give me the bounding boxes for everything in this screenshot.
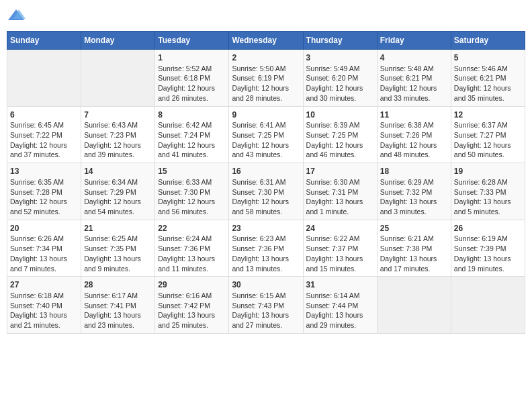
day-info-line: Sunrise: 6:22 AM (306, 234, 374, 244)
day-cell: 13Sunrise: 6:35 AMSunset: 7:28 PMDayligh… (7, 163, 81, 220)
day-cell (451, 277, 525, 334)
day-info-line: Sunset: 7:36 PM (158, 244, 226, 254)
day-info-line: Sunset: 6:21 PM (380, 73, 448, 83)
day-info-line: and 11 minutes. (158, 264, 226, 274)
day-info-line: Sunrise: 6:30 AM (306, 177, 374, 187)
day-info-line: and 39 minutes. (84, 150, 152, 160)
day-number: 24 (306, 223, 374, 234)
day-info-line: Daylight: 12 hours (10, 197, 78, 207)
day-number: 13 (10, 166, 78, 177)
day-info-line: Daylight: 12 hours (232, 140, 300, 150)
day-cell: 6Sunrise: 6:45 AMSunset: 7:22 PMDaylight… (7, 106, 81, 163)
day-info-line: and 9 minutes. (84, 264, 152, 274)
day-cell (7, 50, 81, 107)
day-info-line: and 25 minutes. (158, 320, 226, 330)
day-info-line: Daylight: 13 hours (306, 310, 374, 320)
week-row-5: 27Sunrise: 6:18 AMSunset: 7:40 PMDayligh… (7, 277, 525, 334)
header-friday: Friday (377, 32, 451, 50)
day-info-line: Sunset: 7:32 PM (380, 187, 448, 197)
day-cell: 22Sunrise: 6:24 AMSunset: 7:36 PMDayligh… (155, 220, 229, 277)
day-number: 9 (232, 109, 300, 121)
day-number: 29 (158, 279, 226, 291)
day-number: 16 (232, 166, 300, 177)
header-thursday: Thursday (303, 32, 377, 50)
day-info-line: Sunrise: 6:23 AM (232, 234, 300, 244)
day-number: 5 (454, 52, 522, 64)
day-info-line: Sunrise: 6:37 AM (454, 120, 522, 130)
day-cell: 16Sunrise: 6:31 AMSunset: 7:30 PMDayligh… (229, 163, 303, 220)
day-number: 11 (380, 109, 448, 121)
day-info-line: Sunrise: 6:43 AM (84, 120, 152, 130)
day-info-line: and 26 minutes. (158, 93, 226, 103)
day-cell: 28Sunrise: 6:17 AMSunset: 7:41 PMDayligh… (81, 277, 155, 334)
day-number: 22 (158, 223, 226, 234)
day-cell: 4Sunrise: 5:48 AMSunset: 6:21 PMDaylight… (377, 50, 451, 107)
day-cell: 24Sunrise: 6:22 AMSunset: 7:37 PMDayligh… (303, 220, 377, 277)
day-number: 7 (84, 109, 152, 121)
day-cell: 2Sunrise: 5:50 AMSunset: 6:19 PMDaylight… (229, 50, 303, 107)
day-cell: 5Sunrise: 5:46 AMSunset: 6:21 PMDaylight… (451, 50, 525, 107)
day-number: 4 (380, 52, 448, 64)
day-cell: 21Sunrise: 6:25 AMSunset: 7:35 PMDayligh… (81, 220, 155, 277)
day-info-line: Daylight: 13 hours (380, 254, 448, 264)
day-info-line: Sunset: 7:41 PM (84, 301, 152, 311)
day-info-line: Sunrise: 6:16 AM (158, 291, 226, 301)
day-info-line: Sunset: 6:18 PM (158, 73, 226, 83)
day-number: 31 (306, 279, 374, 291)
day-info-line: Sunset: 7:44 PM (306, 301, 374, 311)
day-info-line: Sunrise: 6:26 AM (10, 234, 78, 244)
day-info-line: Daylight: 13 hours (232, 310, 300, 320)
logo (7, 7, 28, 26)
day-info-line: Sunrise: 6:25 AM (84, 234, 152, 244)
day-number: 2 (232, 52, 300, 64)
day-cell (81, 50, 155, 107)
day-info-line: Daylight: 13 hours (158, 254, 226, 264)
day-info-line: Sunset: 7:23 PM (84, 130, 152, 140)
day-info-line: and 58 minutes. (232, 207, 300, 217)
logo-icon (7, 7, 26, 26)
day-info-line: Sunset: 7:27 PM (454, 130, 522, 140)
day-info-line: and 48 minutes. (380, 150, 448, 160)
day-info-line: Sunrise: 6:29 AM (380, 177, 448, 187)
day-info-line: Sunset: 7:35 PM (84, 244, 152, 254)
day-info-line: Daylight: 13 hours (232, 254, 300, 264)
day-info-line: Sunset: 7:40 PM (10, 301, 78, 311)
day-info-line: Daylight: 12 hours (380, 83, 448, 93)
day-info-line: Daylight: 13 hours (306, 197, 374, 207)
day-number: 10 (306, 109, 374, 121)
day-info-line: and 33 minutes. (380, 93, 448, 103)
day-info-line: and 30 minutes. (306, 93, 374, 103)
week-row-2: 6Sunrise: 6:45 AMSunset: 7:22 PMDaylight… (7, 106, 525, 163)
header-tuesday: Tuesday (155, 32, 229, 50)
day-cell: 17Sunrise: 6:30 AMSunset: 7:31 PMDayligh… (303, 163, 377, 220)
day-cell: 3Sunrise: 5:49 AMSunset: 6:20 PMDaylight… (303, 50, 377, 107)
day-cell: 7Sunrise: 6:43 AMSunset: 7:23 PMDaylight… (81, 106, 155, 163)
day-info-line: Sunset: 7:25 PM (232, 130, 300, 140)
day-info-line: Sunrise: 5:46 AM (454, 64, 522, 74)
day-info-line: Daylight: 13 hours (10, 310, 78, 320)
day-cell: 29Sunrise: 6:16 AMSunset: 7:42 PMDayligh… (155, 277, 229, 334)
day-number: 14 (84, 166, 152, 177)
day-info-line: Daylight: 13 hours (454, 254, 522, 264)
day-cell: 12Sunrise: 6:37 AMSunset: 7:27 PMDayligh… (451, 106, 525, 163)
day-info-line: Daylight: 12 hours (84, 197, 152, 207)
day-number: 19 (454, 166, 522, 177)
day-info-line: Sunset: 7:29 PM (84, 187, 152, 197)
day-info-line: Sunrise: 6:19 AM (454, 234, 522, 244)
day-info-line: Daylight: 12 hours (10, 140, 78, 150)
day-number: 3 (306, 52, 374, 64)
day-info-line: and 1 minute. (306, 207, 374, 217)
day-cell: 14Sunrise: 6:34 AMSunset: 7:29 PMDayligh… (81, 163, 155, 220)
day-number: 30 (232, 279, 300, 291)
day-info-line: Daylight: 12 hours (306, 83, 374, 93)
day-info-line: and 37 minutes. (10, 150, 78, 160)
day-cell: 26Sunrise: 6:19 AMSunset: 7:39 PMDayligh… (451, 220, 525, 277)
day-info-line: and 50 minutes. (454, 150, 522, 160)
day-info-line: Sunrise: 5:50 AM (232, 64, 300, 74)
day-number: 21 (84, 223, 152, 234)
day-number: 17 (306, 166, 374, 177)
day-info-line: Sunset: 7:25 PM (306, 130, 374, 140)
day-info-line: Daylight: 12 hours (232, 83, 300, 93)
day-info-line: and 27 minutes. (232, 320, 300, 330)
day-number: 1 (158, 52, 226, 64)
